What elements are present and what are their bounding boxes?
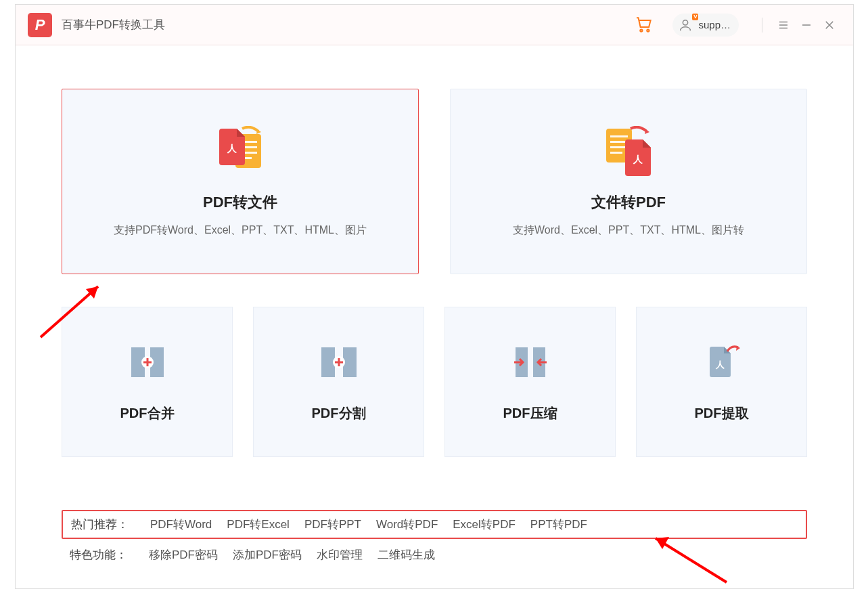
menu-icon[interactable] bbox=[776, 18, 791, 33]
titlebar-divider bbox=[762, 18, 762, 33]
app-title: 百事牛PDF转换工具 bbox=[62, 17, 165, 33]
hot-link[interactable]: PDF转Word bbox=[150, 517, 212, 532]
card-pdf-extract[interactable]: 人 PDF提取 bbox=[636, 307, 807, 457]
content-area: 人 PDF转文件 支持PDF转Word、Excel、PPT、TXT、HTML、图… bbox=[16, 45, 853, 457]
card-title: 文件转PDF bbox=[591, 192, 666, 213]
svg-point-1 bbox=[647, 29, 649, 31]
hot-recommend-row: 热门推荐： PDF转Word PDF转Excel PDF转PPT Word转PD… bbox=[62, 510, 807, 539]
card-pdf-to-file[interactable]: 人 PDF转文件 支持PDF转Word、Excel、PPT、TXT、HTML、图… bbox=[62, 89, 419, 274]
feature-link[interactable]: 水印管理 bbox=[317, 547, 363, 563]
hot-link[interactable]: Excel转PDF bbox=[453, 517, 516, 532]
hot-link[interactable]: PDF转PPT bbox=[304, 517, 361, 532]
minimize-icon[interactable] bbox=[799, 18, 814, 33]
pdf-extract-icon: 人 bbox=[702, 342, 742, 383]
card-pdf-compress[interactable]: PDF压缩 bbox=[444, 307, 616, 457]
hot-link[interactable]: Word转PDF bbox=[376, 517, 438, 532]
feature-link[interactable]: 二维码生成 bbox=[378, 547, 435, 563]
main-cards-row: 人 PDF转文件 支持PDF转Word、Excel、PPT、TXT、HTML、图… bbox=[62, 89, 807, 274]
pdf-split-icon bbox=[319, 342, 359, 383]
card-file-to-pdf[interactable]: 人 文件转PDF 支持Word、Excel、PPT、TXT、HTML、图片转 bbox=[450, 89, 807, 274]
avatar-icon: V bbox=[677, 16, 694, 34]
card-title: PDF提取 bbox=[695, 404, 749, 423]
feature-link[interactable]: 添加PDF密码 bbox=[233, 547, 302, 563]
titlebar: P 百事牛PDF转换工具 V supp… bbox=[16, 5, 853, 45]
close-icon[interactable] bbox=[822, 18, 837, 33]
card-desc: 支持PDF转Word、Excel、PPT、TXT、HTML、图片 bbox=[114, 223, 367, 238]
app-window: P 百事牛PDF转换工具 V supp… bbox=[15, 4, 854, 589]
feature-label: 特色功能： bbox=[70, 547, 127, 563]
svg-point-2 bbox=[683, 20, 688, 24]
cart-icon[interactable] bbox=[633, 14, 654, 37]
user-profile[interactable]: V supp… bbox=[672, 14, 739, 37]
app-logo: P bbox=[28, 13, 52, 37]
card-pdf-split[interactable]: PDF分割 bbox=[253, 307, 424, 457]
footer-links: 热门推荐： PDF转Word PDF转Excel PDF转PPT Word转PD… bbox=[62, 510, 807, 568]
card-title: PDF压缩 bbox=[503, 404, 557, 423]
svg-text:人: 人 bbox=[227, 143, 237, 154]
card-pdf-merge[interactable]: PDF合并 bbox=[62, 307, 233, 457]
hot-link[interactable]: PDF转Excel bbox=[227, 517, 290, 532]
file-to-pdf-icon: 人 bbox=[598, 126, 659, 180]
svg-rect-10 bbox=[610, 135, 628, 137]
hot-link[interactable]: PPT转PDF bbox=[530, 517, 587, 532]
svg-text:人: 人 bbox=[714, 360, 725, 370]
app-logo-letter: P bbox=[35, 16, 45, 34]
svg-text:人: 人 bbox=[633, 154, 643, 165]
pdf-compress-icon bbox=[510, 342, 551, 383]
card-title: PDF转文件 bbox=[203, 192, 277, 213]
card-title: PDF分割 bbox=[312, 404, 366, 423]
pdf-to-file-icon: 人 bbox=[210, 126, 271, 180]
feature-row: 特色功能： 移除PDF密码 添加PDF密码 水印管理 二维码生成 bbox=[62, 542, 807, 568]
feature-link[interactable]: 移除PDF密码 bbox=[149, 547, 218, 563]
pdf-merge-icon bbox=[127, 342, 168, 383]
card-desc: 支持Word、Excel、PPT、TXT、HTML、图片转 bbox=[513, 223, 744, 238]
svg-rect-13 bbox=[610, 152, 622, 154]
hot-label: 热门推荐： bbox=[71, 517, 129, 532]
vip-badge: V bbox=[692, 14, 698, 20]
card-title: PDF合并 bbox=[120, 404, 175, 423]
user-name: supp… bbox=[698, 19, 731, 30]
svg-point-0 bbox=[641, 29, 643, 31]
small-cards-row: PDF合并 PDF分割 bbox=[62, 307, 807, 457]
